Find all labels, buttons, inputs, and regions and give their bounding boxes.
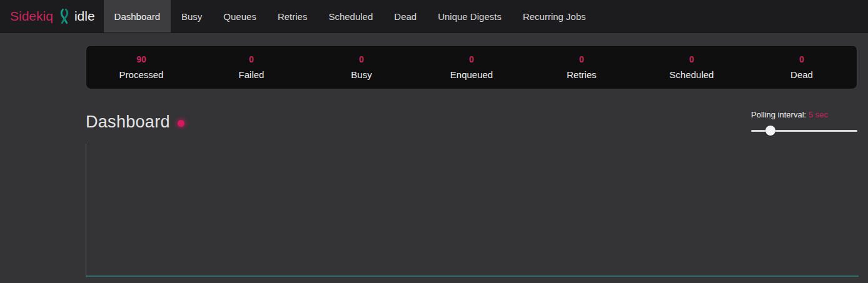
stat-busy-label: Busy xyxy=(306,69,416,80)
nav-item-queues[interactable]: Queues xyxy=(213,0,267,32)
stat-processed: 90 Processed xyxy=(86,54,196,80)
title-wrap: Dashboard xyxy=(86,112,184,132)
stat-retries-label: Retries xyxy=(527,69,637,80)
stat-enqueued-value: 0 xyxy=(416,54,527,64)
page-title: Dashboard xyxy=(86,112,170,132)
sidekiq-ribbon-icon xyxy=(59,8,70,24)
stat-retries: 0 Retries xyxy=(527,54,637,80)
stat-failed-label: Failed xyxy=(196,69,306,80)
nav-item-recurring-jobs[interactable]: Recurring Jobs xyxy=(512,0,597,32)
nav-item-scheduled[interactable]: Scheduled xyxy=(318,0,383,32)
polling-interval-label: Polling interval: 5 sec xyxy=(751,110,857,119)
main-content: 90 Processed 0 Failed 0 Busy 0 Enqueued … xyxy=(86,45,857,277)
navbar: Sidekiq idle Dashboard Busy Queues Retri… xyxy=(0,0,868,33)
nav-item-retries[interactable]: Retries xyxy=(267,0,318,32)
stat-processed-value: 90 xyxy=(86,54,196,64)
polling-interval-control: Polling interval: 5 sec xyxy=(751,110,857,136)
realtime-graph xyxy=(86,144,857,277)
stat-dead-value: 0 xyxy=(747,54,857,64)
nav-item-dashboard[interactable]: Dashboard xyxy=(104,0,171,32)
stat-failed: 0 Failed xyxy=(196,54,306,80)
dashboard-header-row: Dashboard Polling interval: 5 sec xyxy=(86,110,857,134)
stat-failed-value: 0 xyxy=(196,54,306,64)
stat-busy: 0 Busy xyxy=(306,54,416,80)
stat-retries-value: 0 xyxy=(527,54,637,64)
stats-summary-card: 90 Processed 0 Failed 0 Busy 0 Enqueued … xyxy=(86,45,857,89)
brand-name: Sidekiq xyxy=(10,9,53,24)
nav-items: Dashboard Busy Queues Retries Scheduled … xyxy=(104,0,597,32)
slider-thumb[interactable] xyxy=(765,126,775,136)
nav-item-dead[interactable]: Dead xyxy=(383,0,427,32)
stat-scheduled: 0 Scheduled xyxy=(637,54,747,80)
stat-enqueued: 0 Enqueued xyxy=(416,54,527,80)
graph-zero-line xyxy=(86,276,859,277)
stat-busy-value: 0 xyxy=(306,54,416,64)
stat-scheduled-value: 0 xyxy=(637,54,747,64)
stat-enqueued-label: Enqueued xyxy=(416,69,527,80)
stat-scheduled-label: Scheduled xyxy=(637,69,747,80)
nav-item-unique-digests[interactable]: Unique Digests xyxy=(427,0,512,32)
brand-status: idle xyxy=(74,9,95,24)
stat-processed-label: Processed xyxy=(86,69,196,80)
polling-interval-slider[interactable] xyxy=(751,126,857,136)
brand[interactable]: Sidekiq idle xyxy=(0,0,104,32)
live-beacon-icon xyxy=(178,120,184,127)
nav-item-busy[interactable]: Busy xyxy=(171,0,213,32)
stat-dead: 0 Dead xyxy=(747,54,857,80)
polling-interval-value: 5 sec xyxy=(809,110,828,119)
stat-dead-label: Dead xyxy=(747,69,857,80)
